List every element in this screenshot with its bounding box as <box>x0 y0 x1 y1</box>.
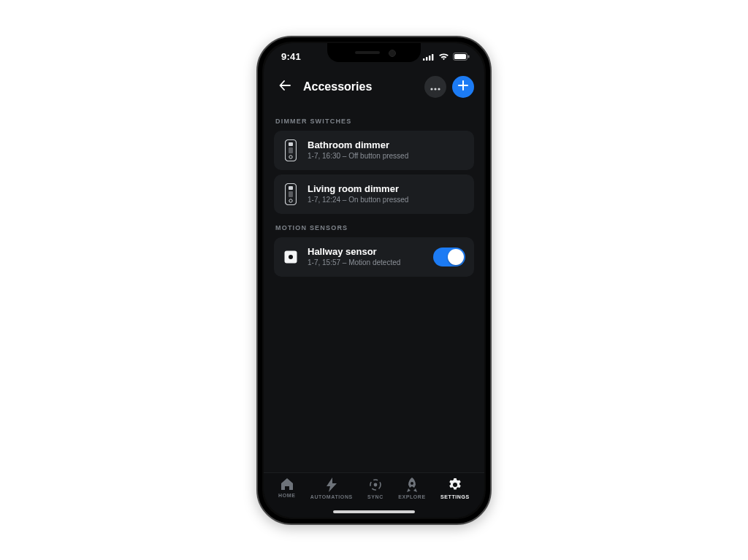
device-row-hallway-sensor[interactable]: Hallway sensor 1-7, 15:57 – Motion detec… <box>274 237 474 277</box>
device-title: Bathroom dimmer <box>308 140 465 151</box>
svg-rect-16 <box>289 191 293 197</box>
side-button <box>256 161 258 196</box>
more-button[interactable] <box>424 76 446 98</box>
svg-rect-11 <box>289 142 293 146</box>
svg-rect-3 <box>432 54 433 61</box>
svg-point-8 <box>434 88 436 90</box>
status-time: 9:41 <box>281 51 301 62</box>
tab-sync[interactable]: SYNC <box>367 477 383 499</box>
tab-label: EXPLORE <box>398 494 426 499</box>
tab-explore[interactable]: EXPLORE <box>398 477 426 499</box>
svg-rect-1 <box>426 57 427 61</box>
home-indicator[interactable] <box>333 510 415 513</box>
status-bar-right <box>423 53 470 61</box>
device-title: Living room dimmer <box>308 184 465 195</box>
more-horizontal-icon <box>430 80 440 93</box>
svg-point-21 <box>374 483 378 486</box>
tab-automations[interactable]: AUTOMATIONS <box>310 477 353 499</box>
tab-label: SYNC <box>367 494 383 499</box>
device-row-bathroom-dimmer[interactable]: Bathroom dimmer 1-7, 16:30 – Off button … <box>274 131 474 170</box>
side-button <box>256 204 258 239</box>
section-label-motion: MOTION SENSORS <box>274 214 474 237</box>
gear-icon <box>448 477 462 492</box>
device-subtitle: 1-7, 15:57 – Motion detected <box>308 258 424 266</box>
motion-sensor-icon <box>283 245 299 269</box>
content[interactable]: DIMMER SWITCHES Bathroom dimm <box>264 103 484 472</box>
svg-rect-0 <box>423 58 424 61</box>
tab-home[interactable]: HOME <box>278 477 295 498</box>
cellular-icon <box>423 53 435 61</box>
page-title: Accessories <box>303 80 417 93</box>
rocket-icon <box>405 477 419 492</box>
tab-label: HOME <box>278 493 295 498</box>
device-title: Hallway sensor <box>308 247 424 258</box>
svg-point-9 <box>438 88 440 90</box>
tab-label: AUTOMATIONS <box>310 494 353 499</box>
back-button[interactable] <box>274 76 296 98</box>
sync-icon <box>368 477 383 492</box>
svg-point-7 <box>430 88 432 90</box>
wifi-icon <box>438 53 449 61</box>
svg-rect-12 <box>289 147 293 153</box>
dimmer-switch-icon <box>283 138 299 163</box>
svg-point-19 <box>289 255 293 259</box>
svg-point-17 <box>289 199 292 202</box>
device-row-living-room-dimmer[interactable]: Living room dimmer 1-7, 12:24 – On butto… <box>274 174 474 214</box>
svg-rect-15 <box>289 186 293 190</box>
page-header: Accessories <box>264 71 484 103</box>
side-button <box>256 125 258 145</box>
device-subtitle: 1-7, 12:24 – On button pressed <box>308 196 465 204</box>
bolt-icon <box>327 477 337 492</box>
section-label-dimmers: DIMMER SWITCHES <box>274 107 474 131</box>
notch <box>327 43 421 62</box>
dimmer-switch-icon <box>283 182 299 207</box>
phone-frame: 9:41 <box>256 36 492 525</box>
sensor-toggle[interactable] <box>433 248 465 266</box>
screen: 9:41 <box>264 43 484 518</box>
side-button <box>490 169 492 220</box>
plus-icon <box>458 80 468 93</box>
svg-point-13 <box>289 155 292 158</box>
svg-rect-6 <box>468 55 470 58</box>
battery-icon <box>453 53 470 61</box>
add-button[interactable] <box>452 76 474 98</box>
home-icon <box>280 477 294 491</box>
device-subtitle: 1-7, 16:30 – Off button pressed <box>308 152 465 160</box>
svg-rect-5 <box>454 54 466 59</box>
tab-label: SETTINGS <box>440 494 470 499</box>
tab-settings[interactable]: SETTINGS <box>440 477 470 499</box>
arrow-left-icon <box>279 80 291 93</box>
svg-rect-2 <box>429 55 430 61</box>
toggle-knob <box>448 249 464 265</box>
